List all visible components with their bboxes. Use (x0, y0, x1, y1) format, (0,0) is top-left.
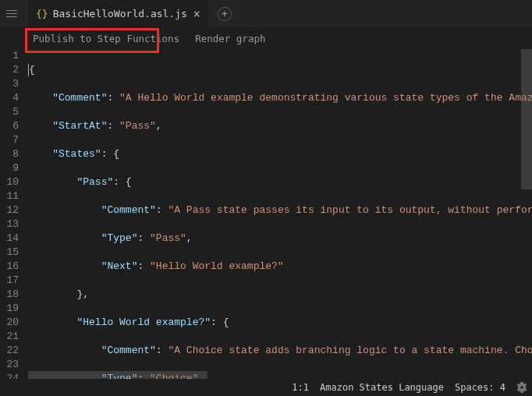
editor-tab[interactable]: {} BasicHelloWorld.asl.js × (28, 0, 208, 27)
cursor-position[interactable]: 1:1 (292, 382, 309, 393)
close-icon[interactable]: × (193, 7, 200, 21)
indent-setting[interactable]: Spaces: 4 (455, 382, 505, 393)
scrollbar-thumb[interactable] (28, 371, 207, 379)
json-icon: {} (36, 8, 48, 19)
gear-icon[interactable] (516, 382, 527, 393)
line-gutter: 1234 5678 9101112 13141516 17181920 2122… (0, 49, 28, 379)
publish-link[interactable]: Publish to Step Functions (33, 33, 179, 44)
title-bar: {} BasicHelloWorld.asl.js × + (0, 0, 532, 27)
horizontal-scrollbar[interactable] (28, 371, 521, 379)
tab-filename: BasicHelloWorld.asl.js (53, 8, 187, 19)
code-content[interactable]: { "Comment": "A Hello World example demo… (28, 49, 532, 379)
vertical-scrollbar[interactable] (521, 49, 532, 371)
code-editor[interactable]: 1234 5678 9101112 13141516 17181920 2122… (0, 49, 532, 379)
add-tab-button[interactable]: + (218, 7, 232, 21)
action-bar: Publish to Step Functions Render graph (0, 27, 532, 49)
status-bar: 1:1 Amazon States Language Spaces: 4 (0, 379, 532, 396)
language-mode[interactable]: Amazon States Language (320, 382, 444, 393)
render-graph-link[interactable]: Render graph (195, 33, 265, 44)
menu-icon[interactable] (6, 6, 22, 22)
scrollbar-thumb[interactable] (521, 49, 532, 189)
